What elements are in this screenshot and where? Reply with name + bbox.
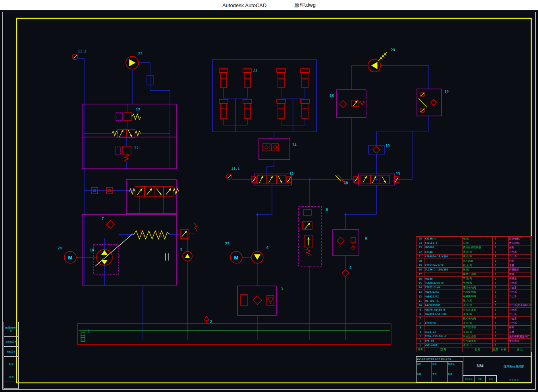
callout-22: 22: [134, 146, 139, 150]
callout-5: 5: [180, 248, 182, 252]
signature-cell: 校核: [432, 362, 447, 372]
parts-header-cell: 型 号: [424, 348, 463, 352]
parts-cell-no: 9: [417, 308, 424, 312]
parts-cell-model: [424, 259, 463, 263]
parts-cell-name: 回油过滤器: [463, 308, 493, 312]
parts-list-row: 1922FS10a-3-2X截 止 阀1东重: [417, 263, 532, 268]
signature-cell: 审核: [417, 372, 432, 382]
parts-header-cell: 名 称: [463, 348, 493, 352]
parts-cell-mat: [499, 281, 509, 285]
parts-cell-note: [509, 343, 532, 348]
parts-cell-qty: 1: [493, 286, 499, 290]
parts-cell-note: 力士乐: [509, 254, 532, 259]
parts-list-row: 2EF6-80空气滤清器1黎明液压: [417, 339, 532, 343]
parts-list-row: 9ABZFR-S0450-B回油过滤器1力士乐: [417, 308, 532, 312]
piping: [76, 59, 429, 340]
title-block-signatures: 标记 处数 分区 更改文件号 签名 年月日 设计校核标准化审核工艺批准: [417, 357, 463, 382]
parts-cell-note: 威格士: [509, 276, 532, 281]
callout-2: 2: [210, 320, 212, 324]
parts-list-row: 5空气滤清器1自制: [417, 325, 532, 330]
parts-cell-no: 4: [417, 330, 424, 334]
parts-cell-qty: 1: [493, 250, 499, 254]
parts-cell-qty: 1: [493, 312, 499, 317]
motor-24-letter: M: [68, 255, 73, 261]
parts-cell-qty: 1: [493, 308, 499, 312]
parts-cell-name: 截 止 阀: [463, 263, 493, 268]
parts-cell-note: [509, 299, 532, 303]
parts-cell-no: 21: [417, 254, 424, 259]
parts-list-row: 11YN-100-H5压 力 表2: [417, 299, 532, 303]
parts-cell-name: 高压球阀: [463, 259, 493, 263]
parts-list-row: 214200GF4-1B/Y90M减 压 阀8力士乐: [417, 254, 532, 259]
callout-24: 24: [58, 246, 62, 250]
parts-cell-model: YN-100-H5: [424, 299, 463, 303]
parts-cell-no: 23: [417, 245, 424, 250]
parts-cell-model: NR3600: [424, 245, 463, 250]
parts-list-table: 25Y315M-4电 机1西安电机厂24Y315L1-4电 机1西安电机厂23N…: [416, 236, 532, 352]
parts-cell-mat: [499, 339, 509, 343]
parts-list-row: 3TFBH-630x80L-C回油过滤器1温州黎明液压件厂: [417, 334, 532, 339]
parts-cell-no: 10: [417, 303, 424, 307]
parts-cell-name: 板式单向阀: [463, 317, 493, 321]
parts-cell-note: 力士乐(北京)液压有限公司: [509, 303, 532, 307]
title-block-field: 重量: [474, 376, 486, 382]
parts-cell-mat: [499, 312, 509, 317]
parts-list-row: 124WEH22J7X电液换向阀1力士乐: [417, 294, 532, 299]
parts-cell-mat: [499, 303, 509, 307]
parts-cell-model: [424, 317, 463, 321]
parts-cell-name: 冷 却 器: [463, 330, 493, 334]
parts-cell-no: 20: [417, 259, 424, 263]
parts-cell-name: 电 磁 阀: [463, 281, 493, 285]
parts-cell-no: 3: [417, 334, 424, 339]
margin-record-blocks: 借(通)用件登记旧底图总号底图总号签 字日 期: [4, 322, 19, 389]
parts-list-row: 22A3F40液 压 泵1力士乐: [417, 250, 532, 254]
parts-cell-qty: 1: [493, 281, 499, 285]
parts-cell-qty: 1: [493, 290, 499, 294]
parts-cell-model: [424, 272, 463, 276]
callout-23: 23: [138, 52, 143, 56]
parts-cell-note: 自制: [509, 325, 532, 330]
parts-cell-note: 东重: [509, 330, 532, 334]
parts-cell-model: A4VSG250HS: [424, 303, 463, 307]
callout-12: 12: [289, 172, 294, 176]
parts-cell-model: Y315M-4: [424, 237, 463, 241]
parts-cell-name: 溢 流 阀: [463, 312, 493, 317]
parts-cell-no: 24: [417, 241, 424, 245]
parts-cell-qty: 1: [493, 330, 499, 334]
parts-cell-qty: 1: [493, 276, 499, 281]
parts-cell-no: 15: [417, 281, 424, 285]
parts-cell-qty: 1: [493, 325, 499, 330]
callout-18: 18: [330, 94, 334, 98]
parts-cell-name: 球 阀: [463, 268, 493, 272]
parts-list-row: 6A2FO250液 压 泵1力士乐: [417, 321, 532, 325]
parts-cell-qty: 1: [493, 321, 499, 325]
parts-cell-mat: [499, 259, 509, 263]
parts-cell-model: YWZ-400T: [424, 343, 463, 348]
parts-list-row: 8DB20VA3-5X/300溢 流 阀1力士乐: [417, 312, 532, 317]
parts-cell-name: 液 压 泵: [463, 303, 493, 307]
parts-cell-name: 液 压 泵: [463, 321, 493, 325]
callout-25: 25: [225, 242, 229, 246]
parts-cell-note: 西安电机厂: [509, 237, 532, 241]
valves-and-pumps: [64, 54, 436, 344]
parts-header-cell: 件号: [417, 348, 424, 352]
parts-cell-model: TFBH-630x80L-C: [424, 334, 463, 339]
callout-6: 6: [266, 246, 268, 250]
parts-cell-no: 22: [417, 250, 424, 254]
parts-cell-no: 2: [417, 339, 424, 343]
callout-3: 3: [281, 287, 283, 291]
parts-list-row: 1YWZ-400T液 位 计1: [417, 343, 532, 348]
parts-cell-qty: 1: [493, 259, 499, 263]
parts-cell-mat: [499, 245, 509, 250]
parts-list-row: 7板式单向阀1力士乐: [417, 317, 532, 321]
parts-cell-qty: 1: [493, 272, 499, 276]
parts-cell-model: Y315L1-4: [424, 241, 463, 245]
parts-cell-name: 液 位 计: [463, 343, 493, 348]
margin-cell: 底图总号: [4, 347, 18, 357]
parts-cell-model: 4WEH22J7X: [424, 294, 463, 299]
parts-cell-name: 压 力 表: [463, 299, 493, 303]
parts-cell-no: 8: [417, 312, 424, 317]
parts-cell-qty: 1: [493, 343, 499, 348]
tank-level: [79, 331, 390, 342]
signature-cell: 批准: [447, 372, 463, 382]
